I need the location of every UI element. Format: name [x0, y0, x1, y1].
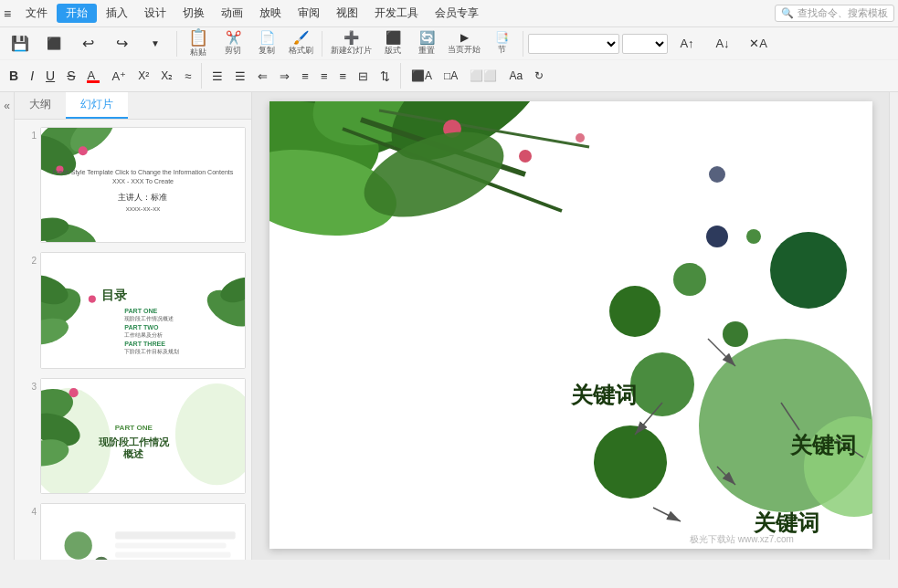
- rotate-button[interactable]: ↻: [529, 68, 549, 84]
- menu-slideshow[interactable]: 放映: [252, 4, 289, 23]
- increase-font-button[interactable]: A↑: [671, 35, 703, 52]
- section-button[interactable]: 📑 节: [485, 30, 518, 58]
- svg-point-70: [723, 321, 748, 347]
- svg-text:现阶段工作情况: 现阶段工作情况: [98, 436, 170, 447]
- shape-outline-button[interactable]: □A: [438, 68, 463, 84]
- collapse-icon: «: [4, 100, 10, 112]
- slide-item-3[interactable]: 3: [18, 376, 248, 496]
- search-box[interactable]: 🔍 查找命令、搜索模板: [775, 5, 894, 22]
- slide-number-1: 1: [20, 131, 37, 141]
- redo-button[interactable]: ↪: [105, 35, 138, 53]
- clear-format-button[interactable]: ✕A: [742, 35, 775, 52]
- svg-text:下阶段工作目标及规划: 下阶段工作目标及规划: [124, 350, 179, 355]
- text-direction-button[interactable]: ⇅: [375, 68, 396, 85]
- svg-point-59: [709, 166, 725, 183]
- align-right-button[interactable]: ≡: [334, 68, 353, 85]
- current-page-button[interactable]: ▶ 当页开始: [444, 30, 484, 58]
- increase-indent-button[interactable]: ⇒: [274, 68, 295, 85]
- svg-point-37: [65, 532, 92, 560]
- menu-review[interactable]: 审阅: [291, 4, 327, 23]
- italic-button[interactable]: I: [25, 67, 39, 85]
- char-spacing-button[interactable]: ≈: [179, 68, 196, 85]
- svg-point-66: [630, 352, 694, 416]
- menu-insert[interactable]: 插入: [99, 4, 135, 23]
- svg-text:工作结果及分析: 工作结果及分析: [124, 332, 163, 338]
- undo-button[interactable]: ↩: [71, 35, 104, 53]
- justify-button[interactable]: ⊟: [353, 68, 374, 85]
- svg-text:关键词: 关键词: [570, 383, 637, 407]
- svg-text:PART THREE: PART THREE: [124, 341, 165, 349]
- subscript-button[interactable]: X₂: [155, 68, 178, 84]
- svg-point-32: [69, 388, 79, 397]
- svg-text:关键词: 关键词: [753, 510, 819, 535]
- shape-fill-button[interactable]: ⬛A: [406, 68, 438, 84]
- slide-number-3: 3: [20, 382, 37, 392]
- bold-button[interactable]: B: [4, 67, 24, 85]
- layout-button[interactable]: ⬛ 版式: [376, 29, 409, 58]
- tab-outline[interactable]: 大纲: [15, 92, 66, 119]
- svg-text:主讲人：标准: 主讲人：标准: [119, 193, 168, 202]
- quick-print-button[interactable]: ⬛: [37, 36, 70, 51]
- save-button[interactable]: 💾: [4, 35, 37, 53]
- dropdown-button[interactable]: ▼: [139, 37, 172, 50]
- separator1: [176, 31, 177, 57]
- search-placeholder: 查找命令、搜索模板: [798, 6, 888, 20]
- cut-button[interactable]: ✂️ 剪切: [217, 29, 249, 58]
- format-brush-button[interactable]: 🖌️ 格式刷: [284, 29, 317, 58]
- slide-item-2[interactable]: 2: [18, 250, 248, 370]
- svg-point-64: [609, 286, 660, 337]
- menu-switch[interactable]: 切换: [175, 4, 212, 23]
- tab-slides[interactable]: 幻灯片: [66, 92, 128, 119]
- slide-canvas[interactable]: 关键词 关键词 关键词 极光下载站 www.xz7.com: [252, 92, 889, 560]
- toolbar-row1: 💾 ⬛ ↩ ↪ ▼ 📋 粘贴 ✂️ 剪切 📄 复制 🖌️: [0, 27, 898, 60]
- font-name-select[interactable]: [528, 34, 619, 54]
- svg-point-18: [89, 296, 96, 303]
- slide-thumb-3[interactable]: PART ONE 现阶段工作情况 概述: [40, 378, 246, 494]
- slide-thumb-1[interactable]: Fresh Style Template Click to Change the…: [40, 127, 246, 243]
- underline-button[interactable]: U: [40, 67, 60, 85]
- menu-animation[interactable]: 动画: [214, 4, 250, 23]
- quick-styles-button[interactable]: Aa: [503, 68, 528, 84]
- hamburger-icon[interactable]: ≡: [4, 6, 11, 21]
- slide-group: ➕ 新建幻灯片 ⬛ 版式 🔄 重置 ▶ 当页开始 📑 节: [327, 29, 518, 58]
- strikethrough-button[interactable]: S: [61, 67, 80, 85]
- copy-button[interactable]: 📄 复制: [250, 29, 283, 58]
- superscript-button[interactable]: X²: [132, 68, 154, 84]
- menu-file[interactable]: 文件: [18, 4, 55, 23]
- numbering-button[interactable]: ☰: [229, 68, 251, 85]
- decrease-font-button[interactable]: A↓: [706, 35, 739, 52]
- slide-thumb-4[interactable]: 极光下载站 www.xz7.com: [40, 503, 246, 560]
- menu-dev[interactable]: 开发工具: [367, 4, 426, 23]
- paste-button[interactable]: 📋 粘贴: [182, 27, 215, 60]
- slide-thumb-2[interactable]: 目录 PART ONE 现阶段工作情况概述 PART TWO 工作结果及分析 P…: [40, 252, 246, 368]
- align-center-button[interactable]: ≡: [315, 68, 333, 85]
- slide-item-1[interactable]: 1: [18, 125, 248, 245]
- reset-button[interactable]: 🔄 重置: [410, 29, 443, 58]
- right-scrollbar[interactable]: [889, 92, 898, 560]
- svg-text:关键词: 关键词: [789, 433, 856, 457]
- svg-point-67: [594, 425, 667, 499]
- quick-access-group: 💾 ⬛ ↩ ↪ ▼: [4, 35, 172, 53]
- svg-point-58: [576, 133, 585, 142]
- paste-group: 📋 粘贴: [182, 27, 215, 60]
- slide-item-4[interactable]: 4: [18, 501, 248, 560]
- separator2: [322, 31, 322, 57]
- font-color-button[interactable]: A: [81, 67, 105, 85]
- menu-start[interactable]: 开始: [57, 4, 97, 23]
- svg-point-63: [746, 229, 761, 244]
- slide-panel: 大纲 幻灯片 1: [15, 92, 252, 560]
- panel-toggle[interactable]: «: [0, 92, 15, 560]
- svg-text:Fresh Style Template Click to : Fresh Style Template Click to Change the…: [53, 169, 234, 176]
- menu-design[interactable]: 设计: [137, 4, 174, 23]
- highlight-button[interactable]: A⁺: [106, 68, 132, 85]
- new-slide-button[interactable]: ➕ 新建幻灯片: [327, 29, 375, 58]
- font-size-select[interactable]: [622, 34, 668, 54]
- svg-point-57: [519, 150, 532, 163]
- menu-vip[interactable]: 会员专享: [428, 4, 486, 23]
- arrange-button[interactable]: ⬜⬜: [464, 68, 502, 84]
- svg-text:XXX - XXX To Create: XXX - XXX To Create: [112, 178, 174, 185]
- bullets-button[interactable]: ☰: [206, 68, 228, 85]
- align-left-button[interactable]: ≡: [296, 68, 314, 85]
- menu-view[interactable]: 视图: [329, 4, 365, 23]
- decrease-indent-button[interactable]: ⇐: [252, 68, 273, 85]
